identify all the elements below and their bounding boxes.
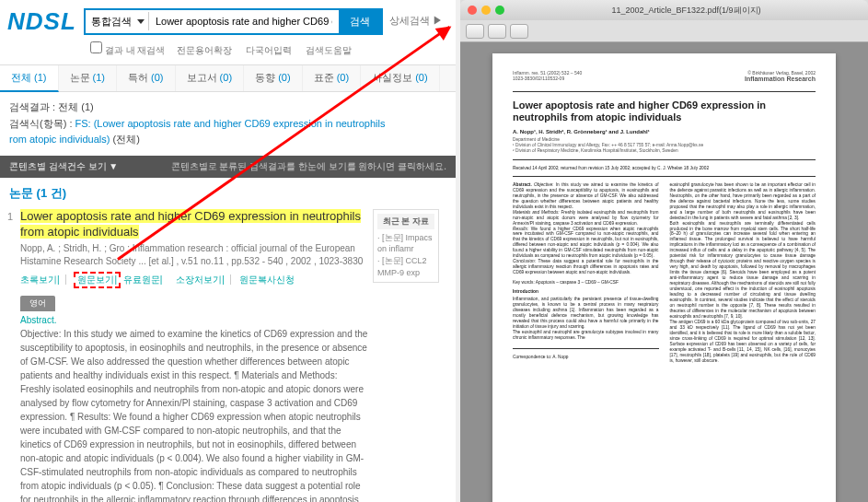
search-button[interactable]: 검색 — [339, 10, 381, 33]
results-heading: 논문 (1 건) — [9, 185, 446, 202]
zoom-button[interactable] — [510, 24, 528, 39]
pdf-header-left: Inflamm. res. 51 (2002) 532 – 540 1023-3… — [513, 70, 582, 82]
tab-all[interactable]: 전체 (1) — [0, 65, 59, 92]
pdf-received: Received 14 April 2002; returned from re… — [513, 166, 816, 170]
content-toolbar: 콘텐츠별 검색건수 보기 ▼ 콘텐츠별로 분류된 검색결과를 한눈에 보기를 원… — [0, 156, 456, 178]
pdf-titlebar: 11_2002_Article_BF1322.pdf(1/9페이지) — [460, 0, 868, 20]
results-list: 논문 (1 건) 1 Lower apoptosis rate and high… — [0, 178, 456, 502]
close-icon[interactable] — [468, 6, 477, 15]
result-number: 1 — [7, 211, 13, 222]
sublink-lang[interactable]: 다국어입력 — [246, 45, 292, 55]
abstract-text: Objective: In this study we aimed to exa… — [20, 327, 368, 502]
search-bar: 통합검색 검색 — [84, 8, 383, 35]
recent-items-head: 최근 본 자료 — [377, 214, 434, 229]
recent-item[interactable]: · [논문] Impacs on inflamr — [377, 232, 434, 255]
toolbar-hint: 콘텐츠별로 분류된 검색결과를 한눈에 보기를 원하시면 클릭하세요. — [171, 160, 446, 173]
abstract-heading: Abstract. — [20, 315, 368, 325]
query-info: 검색결과 : 전체 (1) 검색식(항목) : FS: (Lower apopt… — [0, 92, 456, 156]
result-title-link[interactable]: Lower apoptosis rate and higher CD69 exp… — [20, 209, 368, 240]
action-fulltext[interactable]: 원문보기| — [74, 272, 121, 288]
result-tabs: 전체 (1) 논문 (1) 특허 (0) 보고서 (0) 동향 (0) 표준 (… — [0, 65, 456, 92]
window-controls — [468, 6, 504, 15]
result-actions: 초록보기| 원문보기| 유료원문| 소장처보기| 원문복사신청 — [20, 272, 368, 288]
recent-item[interactable]: · [논문] CCL2 MMP-9 exp — [377, 255, 434, 278]
search-panel: NDSL 통합검색 검색 상세검색 ▶ 결과 내 재검색 전문용어확장 다국어입… — [0, 0, 456, 502]
search-input[interactable] — [152, 12, 336, 30]
result-filter-checkbox[interactable] — [90, 41, 102, 53]
action-paid[interactable]: 유료원문| — [123, 274, 168, 285]
pdf-viewport[interactable]: Inflamm. res. 51 (2002) 532 – 540 1023-3… — [460, 42, 868, 502]
prev-page-button[interactable] — [466, 24, 484, 39]
tab-patent[interactable]: 특허 (0) — [117, 65, 176, 91]
tab-trend[interactable]: 동향 (0) — [244, 65, 303, 91]
chevron-down-icon: ▼ — [109, 161, 118, 171]
sublink-help[interactable]: 검색도움말 — [306, 45, 352, 55]
pdf-affiliation: Department of Medicine ¹ Division of Cli… — [513, 137, 816, 153]
abstract-lang-tab[interactable]: 영어 — [20, 296, 55, 311]
action-copy[interactable]: 원문복사신청 — [239, 274, 300, 285]
tab-report[interactable]: 보고서 (0) — [176, 65, 245, 91]
pdf-filename: 11_2002_Article_BF1322.pdf(1/9페이지) — [512, 5, 861, 17]
result-item: 1 Lower apoptosis rate and higher CD69 e… — [9, 209, 446, 502]
pdf-window: 11_2002_Article_BF1322.pdf(1/9페이지) Infla… — [460, 0, 868, 502]
zoom-icon[interactable] — [495, 6, 504, 15]
abstract-section: 영어 Abstract. Objective: In this study we… — [20, 296, 368, 502]
minimize-icon[interactable] — [481, 6, 491, 15]
action-holding[interactable]: 소장처보기| — [176, 274, 231, 285]
search-type-select[interactable]: 통합검색 — [86, 12, 149, 30]
next-page-button[interactable] — [488, 24, 506, 39]
pdf-journal: Inflammation Research — [745, 76, 816, 82]
tab-paper[interactable]: 논문 (1) — [59, 65, 118, 91]
pdf-authors: A. Nopp¹, H. Stridh², R. Grönneberg¹ and… — [513, 129, 816, 134]
pdf-title: Lower apoptosis rate and higher CD69 exp… — [513, 99, 816, 123]
tab-fact[interactable]: 사실정보 (0) — [361, 65, 440, 91]
recent-items-box: 최근 본 자료 · [논문] Impacs on inflamr · [논문] … — [373, 209, 439, 283]
pdf-body-columns: Abstract. Objective: In this study we ai… — [513, 182, 816, 364]
content-count-toggle[interactable]: 콘텐츠별 검색건수 보기 ▼ — [9, 160, 118, 173]
pdf-page: Inflamm. res. 51 (2002) 532 – 540 1023-3… — [492, 53, 836, 502]
header: NDSL 통합검색 검색 상세검색 ▶ 결과 내 재검색 전문용어확장 다국어입… — [0, 0, 456, 65]
result-meta: Nopp, A. ; Stridh, H. ; Gro ; Inflammati… — [20, 242, 368, 268]
result-filter-label: 결과 내 재검색 — [105, 45, 166, 55]
action-abstract[interactable]: 초록보기| — [20, 274, 66, 285]
tab-standard[interactable]: 표준 (0) — [303, 65, 362, 91]
pdf-toolbar — [460, 20, 868, 42]
logo[interactable]: NDSL — [7, 7, 76, 36]
advanced-search-link[interactable]: 상세검색 ▶ — [389, 14, 443, 28]
sublink-term[interactable]: 전문용어확장 — [177, 45, 232, 55]
